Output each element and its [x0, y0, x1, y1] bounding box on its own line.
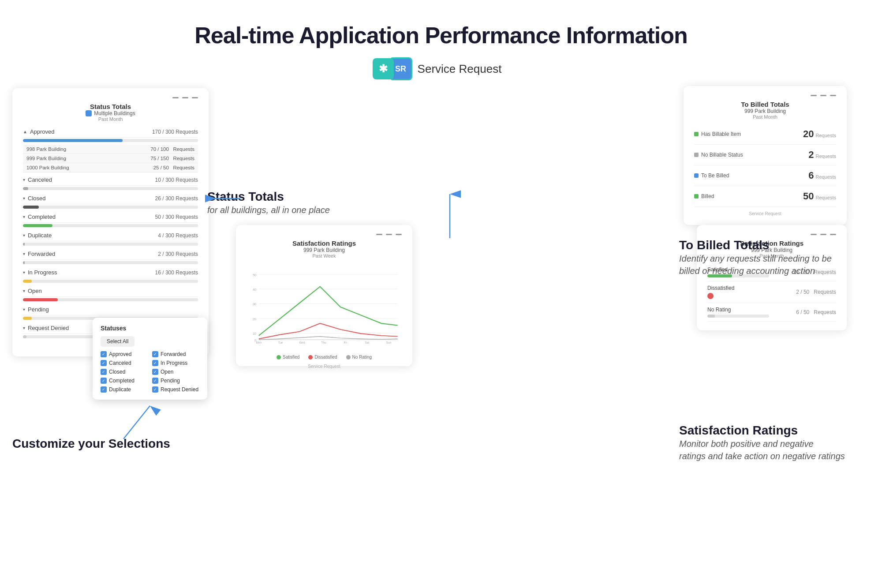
satisfaction-annotation-title: Satisfaction Ratings	[679, 423, 847, 438]
checkbox-completed: ✓ Completed	[101, 378, 148, 384]
sat-row-norating: No Rating 6 / 50 Requests	[707, 303, 836, 322]
status-requestdenied-label: Request Denied	[28, 325, 69, 331]
svg-text:Mon: Mon	[256, 341, 262, 344]
status-row-pending: ▾ Pending	[23, 304, 198, 315]
status-duplicate-label: Duplicate	[28, 232, 52, 239]
status-row-duplicate: ▾ Duplicate 4 / 300 Requests	[23, 230, 198, 241]
customize-annotation: Customize your Selections	[12, 437, 170, 451]
status-inprogress-label: In Progress	[28, 269, 57, 276]
sr-asterisk-icon: ✱	[373, 58, 394, 79]
billed-row-hasbillable: Has Billable Item 20 Requests	[694, 124, 836, 145]
building-999-label: 999 Park Building	[26, 156, 66, 161]
status-row-closed: ▾ Closed 26 / 300 Requests	[23, 193, 198, 204]
billed-row-billed: Billed 50 Requests	[694, 186, 836, 207]
billed-card-date: Past Month	[694, 114, 836, 120]
svg-text:Wed: Wed	[299, 341, 305, 344]
svg-text:Sat: Sat	[365, 341, 369, 344]
billed-tobebilled-label: To Be Billed	[701, 172, 729, 179]
svg-text:Fri: Fri	[344, 341, 347, 344]
sat-chart-title: Satisfaction Ratings	[247, 240, 402, 247]
status-canceled-label: Canceled	[28, 176, 52, 183]
billed-billed-count: 50	[803, 191, 814, 202]
svg-line-24	[123, 406, 150, 439]
building-998-label: 998 Park Building	[26, 146, 66, 152]
status-duplicate-count: 4 / 300 Requests	[158, 232, 198, 239]
checkbox-pending: ✓ Pending	[152, 378, 199, 384]
billed-row-tobebilled: To Be Billed 6 Requests	[694, 165, 836, 186]
checkbox-forwarded: ✓ Forwarded	[152, 351, 199, 357]
status-closed-label: Closed	[28, 195, 45, 202]
chart-area: 50 40 30 20 10 0 Mon Tue Wed Thu Fri Sat…	[247, 263, 402, 351]
svg-text:20: 20	[253, 317, 256, 321]
checkbox-duplicate: ✓ Duplicate	[101, 386, 148, 393]
sub-row-1000: 1000 Park Building 25 / 50 Requests	[23, 163, 198, 172]
sat-chart-footer: Service Request	[247, 364, 402, 369]
satisfaction-chart-card: Satisfaction Ratings 999 Park Building P…	[236, 225, 412, 366]
dot-2	[182, 97, 188, 98]
status-closed-count: 26 / 300 Requests	[155, 195, 198, 202]
svg-text:Thu: Thu	[321, 341, 326, 344]
service-request-badge: ✱ SR Service Request	[0, 57, 882, 80]
billed-hasbillable-count: 20	[803, 128, 814, 140]
chevron-approved: ▲	[23, 129, 27, 134]
chart-legend: Satisfied Dissatisfied No Rating	[247, 355, 402, 360]
sub-buildings: 998 Park Building 70 / 100 Requests 999 …	[23, 145, 198, 172]
svg-text:Sun: Sun	[386, 341, 392, 344]
status-totals-title: Status Totals	[23, 103, 198, 110]
dot-1	[172, 97, 179, 98]
status-totals-card: Status Totals Multiple Buildings Past Mo…	[12, 88, 209, 356]
building-999-count: 75 / 150 Requests	[150, 156, 194, 161]
status-completed-count: 50 / 300 Requests	[155, 214, 198, 220]
card-header-dots	[23, 97, 198, 98]
status-forwarded-label: Forwarded	[28, 251, 55, 257]
status-open-label: Open	[28, 288, 42, 294]
status-annotation-title: Status Totals	[207, 190, 330, 204]
statuses-popup: Statuses Select All ✓ Approved ✓ Forward…	[93, 318, 207, 400]
satisfaction-annotation: Satisfaction Ratings Monitor both positi…	[679, 423, 847, 462]
status-annotation: Status Totals for all buildings, all in …	[207, 190, 330, 216]
status-row-completed: ▾ Completed 50 / 300 Requests	[23, 211, 198, 223]
status-row-inprogress: ▾ In Progress 16 / 300 Requests	[23, 267, 198, 278]
sat-chart-date: Past Week	[247, 253, 402, 258]
status-row-approved: ▲ Approved 170 / 300 Requests	[23, 126, 198, 138]
approved-progress	[23, 139, 198, 142]
blue-badge	[86, 110, 92, 116]
billed-card-dots	[694, 95, 836, 96]
svg-text:30: 30	[253, 302, 256, 306]
status-annotation-subtitle: for all buildings, all in one place	[207, 204, 330, 216]
svg-text:40: 40	[253, 288, 256, 292]
status-row-forwarded: ▾ Forwarded 2 / 300 Requests	[23, 248, 198, 260]
status-completed-label: Completed	[28, 213, 56, 220]
building-1000-count: 25 / 50 Requests	[153, 165, 194, 170]
billed-totals-card: To Billed Totals 999 Park Building Past …	[684, 86, 847, 225]
chart-svg: 50 40 30 20 10 0 Mon Tue Wed Thu Fri Sat…	[247, 263, 402, 351]
status-totals-subtitle: Multiple Buildings	[23, 110, 198, 116]
dot-3	[192, 97, 198, 98]
billed-nobillable-count: 2	[808, 149, 814, 161]
sr-icon-container: ✱ SR	[381, 57, 412, 80]
billed-billed-label: Billed	[701, 193, 714, 199]
to-billed-annotation: To Billed Totals Identify any requests s…	[679, 238, 847, 277]
billed-card-subtitle: 999 Park Building	[694, 108, 836, 114]
page-title: Real-time Application Performance Inform…	[0, 0, 882, 57]
status-pending-label: Pending	[28, 306, 49, 313]
status-canceled-count: 10 / 300 Requests	[155, 177, 198, 183]
to-billed-annotation-title: To Billed Totals	[679, 238, 847, 252]
legend-satisfied: Satisfied	[277, 355, 299, 360]
building-998-count: 70 / 100 Requests	[150, 146, 194, 152]
status-approved-label: Approved	[30, 128, 55, 135]
sat-dissatisfied-count: 2 / 50 Requests	[796, 289, 836, 295]
checkbox-requestdenied: ✓ Request Denied	[152, 386, 199, 393]
select-all-button[interactable]: Select All	[101, 336, 135, 347]
service-request-label: Service Request	[418, 62, 502, 76]
legend-dissatisfied: Dissatisfied	[308, 355, 337, 360]
sub-row-998: 998 Park Building 70 / 100 Requests	[23, 145, 198, 154]
billed-card-footer: Service Request	[694, 211, 836, 216]
legend-norating: No Rating	[346, 355, 372, 360]
status-forwarded-count: 2 / 300 Requests	[158, 251, 198, 257]
satisfaction-annotation-subtitle: Monitor both positive and negative ratin…	[679, 438, 847, 462]
status-row-open: ▾ Open	[23, 285, 198, 297]
customize-annotation-title: Customize your Selections	[12, 437, 170, 451]
sat-norating-count: 6 / 50 Requests	[796, 309, 836, 315]
status-approved-count: 170 / 300 Requests	[152, 129, 198, 135]
